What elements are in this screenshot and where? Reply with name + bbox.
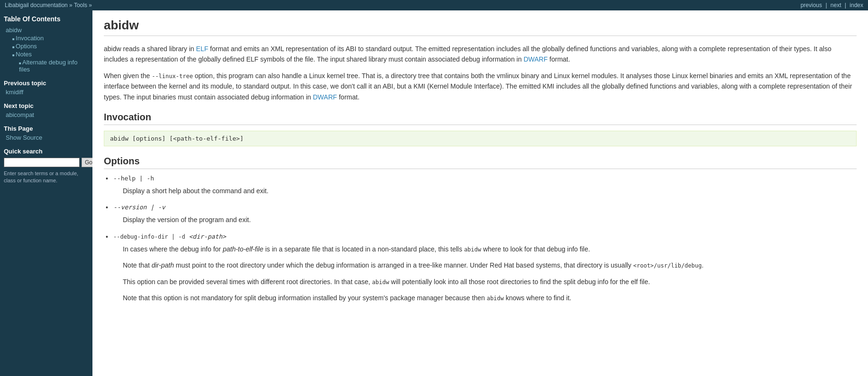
option-debug-info-dir-desc-3: This option can be provided several time… bbox=[123, 277, 857, 287]
toc-item-abidw: abidw Invocation Options Notes Alternate… bbox=[6, 27, 89, 73]
search-input[interactable] bbox=[4, 158, 80, 167]
dwarf-link-2[interactable]: DWARF bbox=[313, 93, 337, 101]
toc-sub-list: Invocation Options Notes Alternate debug… bbox=[6, 35, 89, 73]
toc-sub-sub-item-altdebug: Alternate debug info files bbox=[19, 59, 89, 73]
quick-search-label: Quick search bbox=[4, 148, 89, 155]
option-debug-info-dir-term: --debug-info-dir | -d <dir-path> bbox=[113, 233, 857, 240]
linux-tree-code: --linux-tree bbox=[152, 73, 193, 80]
toc-list: abidw Invocation Options Notes Alternate… bbox=[4, 27, 89, 73]
next-topic-link-container: abicompat bbox=[4, 111, 89, 118]
option-debug-info-dir-code: --debug-info-dir | -d bbox=[113, 233, 185, 240]
show-source-link[interactable]: Show Source bbox=[4, 134, 89, 141]
nav-index-link[interactable]: index bbox=[850, 2, 863, 9]
intro-paragraph-1: abidw reads a shared library in ELF form… bbox=[104, 44, 857, 65]
nav-next-link[interactable]: next bbox=[831, 2, 841, 9]
option-debug-info-dir-desc-2: Note that dir-path must point to the roo… bbox=[123, 260, 857, 270]
sidebar: Table Of Contents abidw Invocation Optio… bbox=[0, 10, 92, 376]
elf-link[interactable]: ELF bbox=[196, 45, 209, 53]
breadcrumb-tools[interactable]: Tools bbox=[74, 2, 87, 9]
toc-title: Table Of Contents bbox=[4, 15, 89, 23]
toc-link-invocation[interactable]: Invocation bbox=[16, 35, 44, 42]
options-heading: Options bbox=[104, 156, 857, 169]
search-row: Go bbox=[4, 158, 89, 167]
option-debug-info-dir-desc-1: In cases where the debug info for path-t… bbox=[123, 244, 857, 254]
option-help-desc-text: Display a short help about the command a… bbox=[123, 186, 857, 196]
page-title: abidw bbox=[104, 18, 857, 36]
intro-paragraph-2: When given the --linux-tree option, this… bbox=[104, 71, 857, 102]
top-nav: previous | next | index bbox=[801, 2, 863, 9]
option-debug-info-dir-em: <dir-path> bbox=[189, 233, 226, 240]
search-hint: Enter search terms or a module, class or… bbox=[4, 170, 89, 185]
option-version-desc: Display the version of the program and e… bbox=[123, 215, 857, 225]
option-version-term-em: --version | -v bbox=[113, 204, 165, 211]
dwarf-link-1[interactable]: DWARF bbox=[523, 55, 548, 63]
intro-p1-text-after-elf: format and emits an XML representation o… bbox=[104, 45, 831, 63]
previous-topic-label: Previous topic bbox=[4, 80, 89, 87]
main-content: abidw abidw reads a shared library in EL… bbox=[92, 10, 868, 376]
option-help-desc: Display a short help about the command a… bbox=[123, 186, 857, 196]
option-debug-info-dir-desc: In cases where the debug info for path-t… bbox=[123, 244, 857, 304]
layout: Table Of Contents abidw Invocation Optio… bbox=[0, 10, 868, 376]
previous-topic-link-container: kmidiff bbox=[4, 89, 89, 96]
toc-link-options[interactable]: Options bbox=[16, 43, 37, 50]
option-version: --version | -v Display the version of th… bbox=[113, 204, 857, 225]
search-go-button[interactable]: Go bbox=[82, 158, 92, 167]
top-bar: Libabigail documentation » Tools » previ… bbox=[0, 0, 868, 10]
options-list: --help | -h Display a short help about t… bbox=[113, 175, 857, 303]
toc-link-notes[interactable]: Notes bbox=[16, 51, 32, 58]
toc-link-abidw[interactable]: abidw bbox=[6, 27, 22, 34]
show-source-link-container: Show Source bbox=[4, 134, 89, 141]
previous-topic-link[interactable]: kmidiff bbox=[4, 89, 89, 96]
option-version-term: --version | -v bbox=[113, 204, 857, 211]
option-debug-info-dir: --debug-info-dir | -d <dir-path> In case… bbox=[113, 233, 857, 304]
option-help: --help | -h Display a short help about t… bbox=[113, 175, 857, 196]
toc-sub-item-options: Options bbox=[12, 43, 89, 50]
nav-previous-link[interactable]: previous bbox=[801, 2, 822, 9]
next-topic-link[interactable]: abicompat bbox=[4, 111, 89, 118]
breadcrumb: Libabigail documentation » Tools » bbox=[5, 2, 92, 9]
intro-p1-text-before-elf: abidw reads a shared library in bbox=[104, 45, 196, 53]
toc-sub-sub-list: Alternate debug info files bbox=[12, 59, 89, 73]
intro-p1-text-end: format. bbox=[548, 55, 570, 63]
toc-link-altdebug[interactable]: Alternate debug info files bbox=[19, 59, 77, 73]
toc-sub-item-notes: Notes Alternate debug info files bbox=[12, 51, 89, 73]
breadcrumb-libabigail[interactable]: Libabigail documentation bbox=[5, 2, 68, 9]
this-page-label: This Page bbox=[4, 125, 89, 132]
option-version-desc-text: Display the version of the program and e… bbox=[123, 215, 857, 225]
option-help-term: --help | -h bbox=[113, 175, 857, 182]
invocation-code-block: abidw [options] [<path-to-elf-file>] bbox=[104, 131, 857, 146]
toc-sub-item-invocation: Invocation bbox=[12, 35, 89, 42]
next-topic-label: Next topic bbox=[4, 102, 89, 109]
option-debug-info-dir-desc-4: Note that this option is not mandatory f… bbox=[123, 293, 857, 303]
invocation-heading: Invocation bbox=[104, 112, 857, 125]
